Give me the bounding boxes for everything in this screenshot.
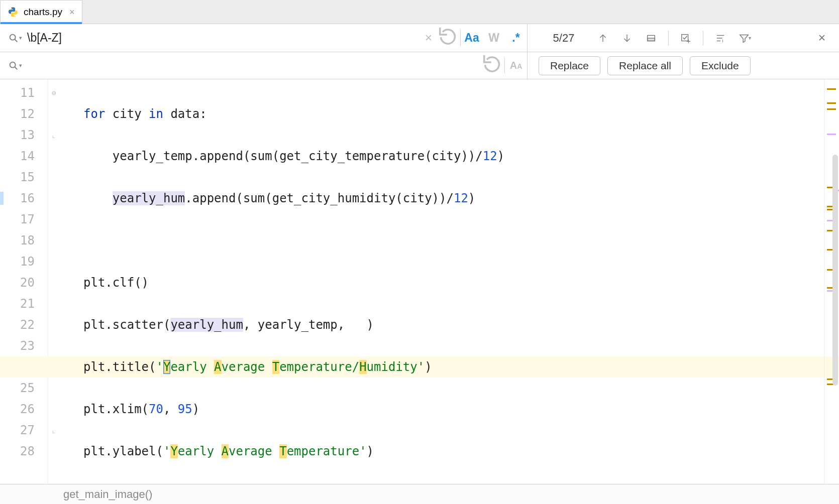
replace-input[interactable]: [23, 59, 483, 72]
replace-icon[interactable]: ▾: [0, 60, 23, 71]
svg-point-1: [15, 15, 16, 16]
replace-controls: Replace Replace all Exclude: [528, 56, 839, 75]
find-controls: 5/27 ▾ ✕: [528, 28, 839, 48]
replace-field-container: ▾ AA: [0, 52, 528, 79]
svg-rect-7: [648, 38, 655, 41]
match-case-toggle[interactable]: Aa: [461, 31, 483, 45]
search-icon[interactable]: ▾: [0, 33, 23, 44]
whole-word-toggle[interactable]: W: [483, 31, 505, 45]
file-tab[interactable]: charts.py ×: [0, 0, 82, 24]
breadcrumb[interactable]: get_main_image(): [0, 484, 839, 504]
error-stripe[interactable]: [824, 79, 839, 504]
in-selection-icon[interactable]: [641, 28, 661, 48]
svg-line-3: [15, 39, 18, 42]
code-area[interactable]: for city in data: yearly_temp.append(sum…: [59, 79, 824, 504]
fold-gutter: ⊖⌞⌞: [48, 79, 59, 504]
next-match-icon[interactable]: [617, 28, 637, 48]
code-line: plt.xlim(70, 95): [83, 399, 824, 420]
regex-toggle[interactable]: .*: [505, 31, 527, 45]
scrollbar-thumb[interactable]: [832, 155, 838, 386]
find-field-container: ▾ ✕ Aa W .*: [0, 24, 528, 52]
select-all-occurrences-icon[interactable]: [676, 28, 696, 48]
svg-point-0: [11, 8, 12, 9]
close-find-icon[interactable]: ✕: [812, 28, 832, 48]
replace-bar: ▾ AA Replace Replace all Exclude: [0, 52, 839, 79]
preserve-case-toggle[interactable]: AA: [505, 60, 527, 71]
code-line: plt.ylabel('Yearly Average Temperature'): [83, 441, 824, 462]
svg-point-2: [10, 34, 16, 40]
code-line: plt.clf(): [83, 272, 824, 293]
python-file-icon: [8, 7, 19, 18]
code-line: plt.scatter(yearly_hum, yearly_temp, ): [83, 314, 824, 335]
code-line: yearly_temp.append(sum(get_city_temperat…: [83, 146, 824, 167]
exclude-button[interactable]: Exclude: [690, 56, 751, 75]
search-history-icon[interactable]: [439, 24, 460, 52]
editor-tab-bar: charts.py ×: [0, 0, 839, 24]
find-input[interactable]: [23, 31, 418, 45]
close-icon[interactable]: ×: [69, 7, 75, 18]
svg-rect-8: [682, 34, 688, 41]
show-filter-options-icon[interactable]: [710, 28, 730, 48]
code-line-current: plt.title('Yearly Average Temperature/Hu…: [0, 356, 839, 377]
code-line: yearly_hum.append(sum(get_city_humidity(…: [83, 188, 824, 209]
match-counter: 5/27: [539, 32, 589, 45]
replace-button[interactable]: Replace: [539, 56, 600, 75]
tab-filename: charts.py: [24, 7, 62, 18]
prev-match-icon[interactable]: [593, 28, 613, 48]
svg-point-15: [10, 62, 16, 67]
filter-icon[interactable]: ▾: [735, 28, 755, 48]
editor: 111213141516171819202122232425262728 ⊖⌞⌞…: [0, 79, 839, 504]
replace-history-icon[interactable]: [483, 52, 504, 79]
clear-search-icon[interactable]: ✕: [418, 24, 439, 52]
svg-line-16: [15, 67, 18, 69]
find-bar: ▾ ✕ Aa W .* 5/27 ▾ ✕: [0, 24, 839, 52]
replace-all-button[interactable]: Replace all: [607, 56, 683, 75]
line-number-gutter: 111213141516171819202122232425262728: [0, 79, 48, 504]
code-line: [83, 230, 824, 251]
code-line: for city in data:: [83, 103, 824, 124]
